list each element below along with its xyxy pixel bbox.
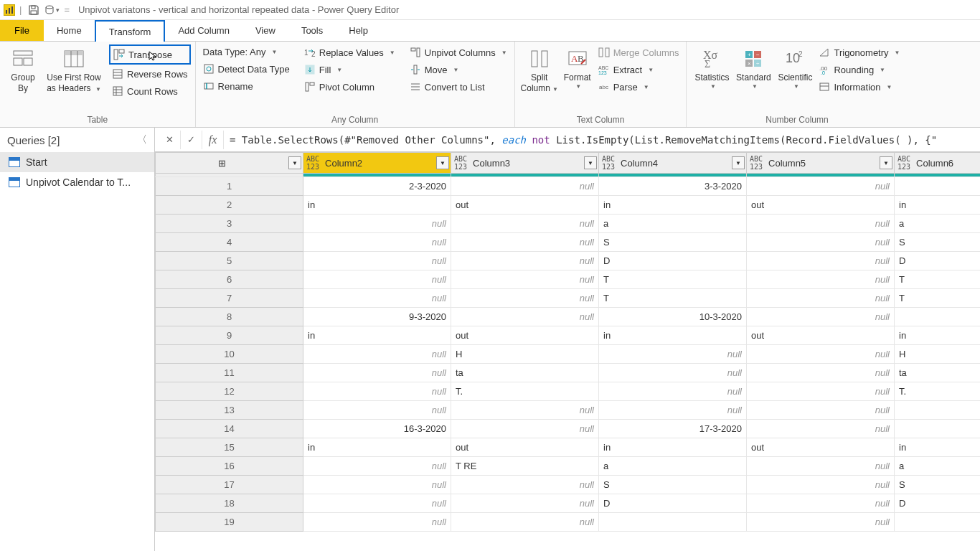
grid-cell[interactable]: null xyxy=(451,420,599,438)
row-number[interactable]: 6 xyxy=(156,270,303,289)
grid-cell[interactable]: S xyxy=(895,233,981,252)
row-number[interactable]: 1 xyxy=(156,177,303,196)
column-header-Column6[interactable]: ABC123Column6▼ xyxy=(895,153,981,174)
column-header-Column2[interactable]: ABC123Column2▼ xyxy=(303,153,451,174)
file-menu[interactable]: File xyxy=(0,20,44,41)
collapse-icon[interactable]: 〈 xyxy=(137,133,147,146)
data-type-button[interactable]: Data Type: Any▼ xyxy=(200,44,293,60)
grid-cell[interactable]: 4-3-2020 xyxy=(895,177,981,196)
grid-cell[interactable]: null xyxy=(747,345,895,364)
grid-cell[interactable]: in xyxy=(599,326,747,345)
grid-cell[interactable]: null xyxy=(303,233,451,252)
row-number[interactable]: 9 xyxy=(156,326,303,345)
grid-cell[interactable]: S xyxy=(599,476,747,494)
grid-cell[interactable]: a xyxy=(599,457,747,476)
use-first-row-button[interactable]: Use First Rowas Headers ▼ xyxy=(42,44,106,97)
grid-cell[interactable]: null xyxy=(747,270,895,289)
tab-transform[interactable]: Transform xyxy=(95,20,166,42)
grid-cell[interactable]: null xyxy=(303,215,451,233)
grid-cell[interactable]: out xyxy=(747,438,895,457)
unpivot-columns-button[interactable]: Unpivot Columns▼ xyxy=(407,44,510,60)
tab-tools[interactable]: Tools xyxy=(288,20,336,41)
grid-cell[interactable]: null xyxy=(747,364,895,382)
row-number[interactable]: 11 xyxy=(156,364,303,382)
grid-cell[interactable]: null xyxy=(895,401,981,420)
count-rows-button[interactable]: Count Rows xyxy=(109,83,191,99)
statistics-button[interactable]: XσΣ Statistics▼ xyxy=(691,44,732,93)
grid-cell[interactable]: null xyxy=(747,494,895,513)
column-header-Column5[interactable]: ABC123Column5▼ xyxy=(747,153,895,174)
row-number[interactable]: 15 xyxy=(156,438,303,457)
grid-cell[interactable]: null xyxy=(747,513,895,532)
tab-view[interactable]: View xyxy=(242,20,288,41)
grid-cell[interactable]: null xyxy=(747,252,895,270)
grid-cell[interactable]: H xyxy=(895,345,981,364)
data-grid[interactable]: ⊞▼ABC123Column2▼ABC123Column3▼ABC123Colu… xyxy=(155,152,980,551)
row-number[interactable]: 8 xyxy=(156,308,303,326)
grid-cell[interactable]: D xyxy=(599,252,747,270)
grid-cell[interactable]: null xyxy=(747,308,895,326)
grid-cell[interactable] xyxy=(895,513,981,532)
grid-cell[interactable]: S xyxy=(895,476,981,494)
grid-cell[interactable]: null xyxy=(303,476,451,494)
grid-cell[interactable]: null xyxy=(747,401,895,420)
grid-cell[interactable]: null xyxy=(303,494,451,513)
grid-cell[interactable]: 2-3-2020 xyxy=(303,177,451,196)
grid-cell[interactable]: T xyxy=(599,289,747,308)
grid-cell[interactable]: null xyxy=(303,382,451,401)
grid-cell[interactable]: null xyxy=(747,457,895,476)
grid-cell[interactable]: T. xyxy=(451,382,599,401)
row-number[interactable]: 5 xyxy=(156,252,303,270)
grid-cell[interactable]: ta xyxy=(451,364,599,382)
grid-cell[interactable]: H xyxy=(451,345,599,364)
grid-cell[interactable]: null xyxy=(599,345,747,364)
grid-cell[interactable]: ta xyxy=(895,364,981,382)
grid-cell[interactable]: null xyxy=(451,513,599,532)
column-header-Column3[interactable]: ABC123Column3▼ xyxy=(451,153,599,174)
grid-cell[interactable]: D xyxy=(599,494,747,513)
pivot-column-button[interactable]: Pivot Column xyxy=(301,79,398,95)
grid-cell[interactable]: 9-3-2020 xyxy=(303,308,451,326)
grid-cell[interactable]: null xyxy=(747,476,895,494)
grid-cell[interactable]: null xyxy=(747,177,895,196)
row-number[interactable]: 12 xyxy=(156,382,303,401)
fx-button[interactable]: fx xyxy=(202,131,224,149)
row-number[interactable]: 10 xyxy=(156,345,303,364)
grid-cell[interactable]: out xyxy=(451,196,599,215)
move-button[interactable]: Move▼ xyxy=(407,62,510,77)
formula-text[interactable]: = Table.SelectRows(#"Removed Other Colum… xyxy=(224,134,980,146)
grid-cell[interactable]: in xyxy=(303,438,451,457)
grid-cell[interactable]: null xyxy=(303,345,451,364)
grid-cell[interactable]: null xyxy=(451,233,599,252)
detect-type-button[interactable]: Detect Data Type xyxy=(200,61,293,77)
grid-cell[interactable]: out xyxy=(451,326,599,345)
grid-cell[interactable]: in xyxy=(599,438,747,457)
grid-cell[interactable]: null xyxy=(303,252,451,270)
grid-cell[interactable]: null xyxy=(303,401,451,420)
grid-cell[interactable]: null xyxy=(303,364,451,382)
transpose-button[interactable]: Transpose xyxy=(109,44,191,65)
grid-cell[interactable]: in xyxy=(303,326,451,345)
grid-cell[interactable]: null xyxy=(599,382,747,401)
grid-cell[interactable]: null xyxy=(303,270,451,289)
grid-cell[interactable]: null xyxy=(451,252,599,270)
grid-cell[interactable]: in xyxy=(303,196,451,215)
grid-cell[interactable]: S xyxy=(599,233,747,252)
trigonometry-button[interactable]: Trigonometry▼ xyxy=(816,44,903,60)
grid-corner[interactable]: ⊞▼ xyxy=(156,153,303,174)
grid-cell[interactable]: a xyxy=(599,215,747,233)
row-number[interactable]: 13 xyxy=(156,401,303,420)
query-item-start[interactable]: Start xyxy=(0,152,154,172)
grid-cell[interactable]: null xyxy=(451,308,599,326)
grid-cell[interactable]: null xyxy=(747,215,895,233)
grid-cell[interactable] xyxy=(599,513,747,532)
grid-cell[interactable]: T. xyxy=(895,382,981,401)
row-number[interactable]: 7 xyxy=(156,289,303,308)
accept-formula-button[interactable]: ✓ xyxy=(181,131,202,149)
scientific-button[interactable]: 102 Scientific▼ xyxy=(774,44,816,93)
group-by-button[interactable]: GroupBy xyxy=(4,44,42,97)
grid-cell[interactable]: null xyxy=(303,513,451,532)
grid-cell[interactable]: out xyxy=(747,326,895,345)
grid-cell[interactable]: T RE xyxy=(451,457,599,476)
rounding-button[interactable]: .00.0Rounding▼ xyxy=(816,62,903,77)
